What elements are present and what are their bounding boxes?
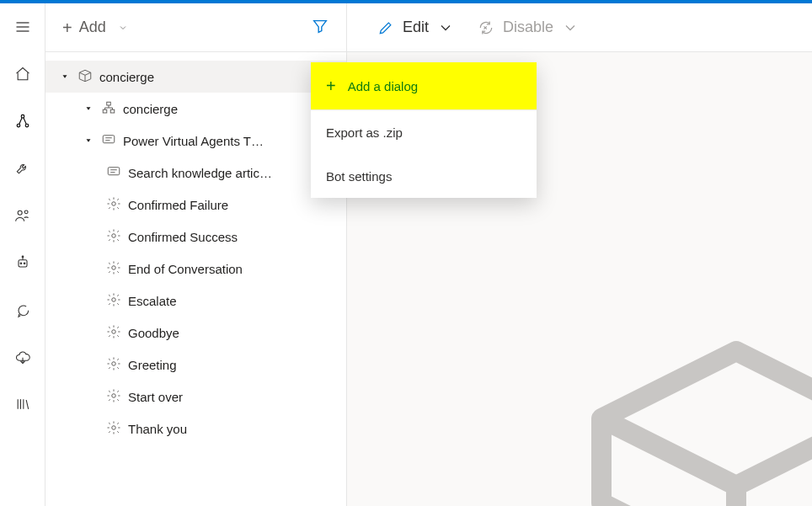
filter-icon xyxy=(311,17,329,35)
tree-root-label: concierge xyxy=(99,70,154,84)
gear-icon xyxy=(106,324,121,342)
svg-point-35 xyxy=(112,201,116,205)
package-icon xyxy=(77,68,93,86)
explorer-panel: + Add concierge ··· xyxy=(45,3,347,506)
svg-point-36 xyxy=(112,233,116,237)
svg-point-37 xyxy=(112,265,116,269)
add-button-label: Add xyxy=(79,19,106,36)
svg-marker-18 xyxy=(63,75,67,77)
gear-icon xyxy=(106,292,121,310)
menu-add-dialog-label: Add a dialog xyxy=(348,79,418,93)
menu-export-zip[interactable]: Export as .zip xyxy=(311,110,537,154)
tree-dialog-root-label: concierge xyxy=(123,102,178,116)
cloud-icon[interactable] xyxy=(0,340,45,374)
svg-point-3 xyxy=(21,115,24,118)
bot-tree: concierge ··· concierge Power Virtual Ag… xyxy=(45,52,346,506)
filter-button[interactable] xyxy=(306,12,334,44)
tree-trigger[interactable]: Thank you xyxy=(45,413,346,445)
menu-bot-settings-label: Bot settings xyxy=(326,169,392,184)
plus-icon: + xyxy=(326,77,336,96)
gear-icon xyxy=(106,260,121,278)
tree-dialog-root[interactable]: concierge xyxy=(45,93,346,125)
tree-trigger[interactable]: Confirmed Failure xyxy=(45,189,346,221)
tree-trigger-label: Thank you xyxy=(128,422,187,436)
caret-down-icon[interactable] xyxy=(59,72,71,81)
svg-line-17 xyxy=(26,400,28,409)
menu-add-dialog[interactable]: + Add a dialog xyxy=(311,62,537,109)
svg-point-10 xyxy=(22,256,24,258)
tree-trigger[interactable]: Search knowledge artic… xyxy=(45,157,346,189)
svg-rect-32 xyxy=(108,167,120,174)
tree-trigger[interactable]: Start over xyxy=(45,381,346,413)
people-icon[interactable] xyxy=(0,199,45,232)
svg-rect-21 xyxy=(107,102,111,105)
tree-pva-label: Power Virtual Agents T… xyxy=(123,134,264,148)
design-icon[interactable] xyxy=(0,104,45,138)
placeholder-shape-icon xyxy=(559,334,812,506)
caret-down-icon[interactable] xyxy=(83,136,94,145)
tree-trigger[interactable]: End of Conversation xyxy=(45,253,346,285)
edit-button[interactable]: Edit xyxy=(377,19,454,36)
tree-root[interactable]: concierge ··· xyxy=(45,61,346,93)
menu-bot-settings[interactable]: Bot settings xyxy=(311,154,537,198)
svg-rect-23 xyxy=(110,109,115,113)
svg-marker-20 xyxy=(87,107,91,109)
tree-trigger[interactable]: Greeting xyxy=(45,349,346,381)
explorer-toolbar: + Add xyxy=(45,3,346,52)
chevron-down-icon xyxy=(562,19,579,36)
svg-point-12 xyxy=(24,263,25,264)
svg-point-4 xyxy=(17,124,20,127)
dialog-icon xyxy=(101,132,116,150)
disable-label: Disable xyxy=(503,19,553,36)
add-button[interactable]: + Add xyxy=(57,12,133,43)
tree-trigger[interactable]: Goodbye xyxy=(45,317,346,349)
svg-point-38 xyxy=(112,297,116,301)
library-icon[interactable] xyxy=(0,387,45,421)
tree-trigger-label: Start over xyxy=(128,390,183,404)
context-menu: + Add a dialog Export as .zip Bot settin… xyxy=(311,62,537,198)
edit-label: Edit xyxy=(403,19,429,36)
chevron-down-icon xyxy=(118,23,128,33)
pencil-icon xyxy=(377,19,394,36)
svg-rect-8 xyxy=(19,260,27,267)
tree-trigger-label: Confirmed Failure xyxy=(128,198,228,212)
svg-marker-28 xyxy=(87,139,91,141)
gear-icon xyxy=(106,196,121,214)
tree-pva-topic[interactable]: Power Virtual Agents T… xyxy=(45,125,346,157)
svg-point-40 xyxy=(112,361,116,365)
bot-icon[interactable] xyxy=(0,246,45,280)
menu-export-zip-label: Export as .zip xyxy=(326,125,403,140)
nav-rail xyxy=(0,3,45,506)
tree-trigger-label: Confirmed Success xyxy=(128,230,238,244)
svg-point-7 xyxy=(24,210,28,214)
hamburger-icon[interactable] xyxy=(0,10,45,44)
tree-trigger-label: Greeting xyxy=(128,358,177,372)
svg-point-39 xyxy=(112,329,116,333)
svg-rect-29 xyxy=(103,135,115,142)
svg-point-42 xyxy=(112,425,116,429)
main-toolbar: Edit Disable xyxy=(347,3,812,52)
gear-icon xyxy=(106,388,121,406)
home-icon[interactable] xyxy=(0,57,45,91)
tree-trigger[interactable]: Confirmed Success xyxy=(45,221,346,253)
tree-trigger-label: Escalate xyxy=(128,294,177,308)
caret-down-icon[interactable] xyxy=(83,104,94,113)
svg-rect-22 xyxy=(103,109,107,113)
tree-trigger[interactable]: Escalate xyxy=(45,285,346,317)
tree-trigger-label: Goodbye xyxy=(128,326,179,340)
tree-trigger-label: End of Conversation xyxy=(128,262,243,276)
svg-point-11 xyxy=(20,263,22,264)
gear-icon xyxy=(106,420,121,438)
chat-icon[interactable] xyxy=(0,293,45,327)
refresh-x-icon xyxy=(478,19,494,36)
gear-icon xyxy=(106,356,121,374)
plus-icon: + xyxy=(62,19,72,36)
disable-button[interactable]: Disable xyxy=(478,19,579,36)
gear-icon xyxy=(106,228,121,246)
chevron-down-icon xyxy=(437,19,454,36)
svg-point-6 xyxy=(18,210,22,215)
wrench-icon[interactable] xyxy=(0,152,45,185)
svg-point-41 xyxy=(112,393,116,397)
svg-point-5 xyxy=(25,124,29,127)
dialog-icon xyxy=(106,164,121,182)
